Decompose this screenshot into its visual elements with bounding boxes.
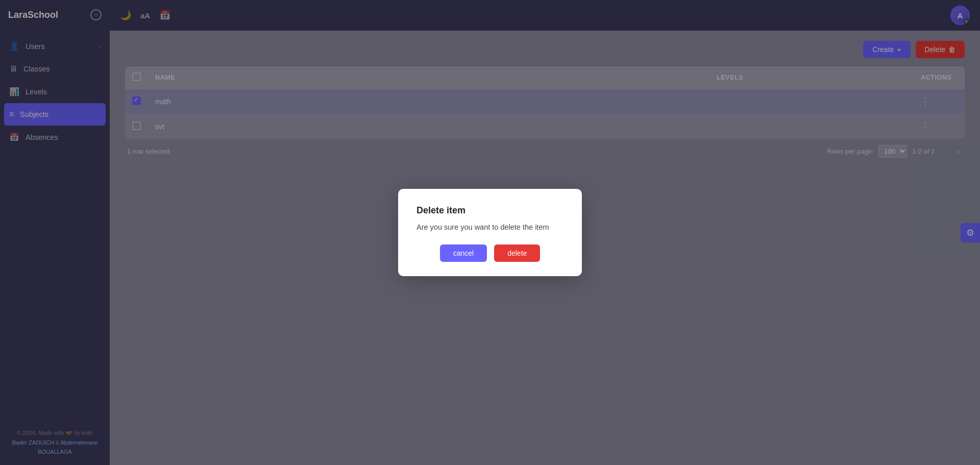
modal-actions: cancel delete: [416, 244, 564, 262]
modal-body: Are you sure you want to delete the item: [416, 223, 564, 231]
modal-delete-button[interactable]: delete: [494, 244, 540, 262]
modal-title: Delete item: [416, 205, 564, 216]
modal-overlay[interactable]: Delete item Are you sure you want to del…: [0, 0, 980, 465]
main-content: 🌙 aA 📅 A Create + Delete 🗑: [110, 0, 980, 465]
modal-cancel-button[interactable]: cancel: [440, 244, 487, 262]
delete-modal: Delete item Are you sure you want to del…: [398, 189, 582, 276]
